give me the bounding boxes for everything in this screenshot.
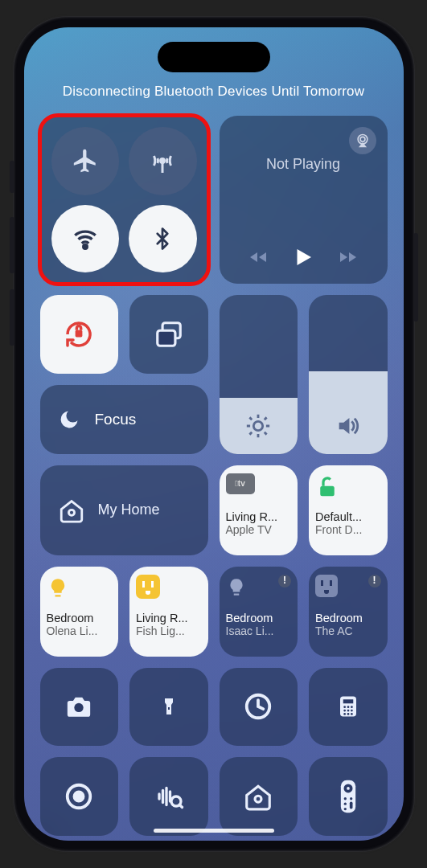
device-tile-living-fish[interactable]: Living R...Fish Lig... xyxy=(129,567,208,657)
airplane-mode-toggle[interactable] xyxy=(51,127,120,195)
control-center: Disconnecting Bluetooth Devices Until To… xyxy=(24,27,404,841)
device-sub: Apple TV xyxy=(226,523,272,536)
outlet-icon xyxy=(136,575,160,599)
bulb-icon xyxy=(47,575,69,602)
device-title: Living R... xyxy=(136,612,187,624)
device-tile-bedroom-ac[interactable]: ! BedroomThe AC xyxy=(309,567,388,657)
flashlight-button[interactable] xyxy=(129,668,208,747)
svg-rect-7 xyxy=(158,330,175,346)
svg-point-16 xyxy=(343,706,346,709)
play-button[interactable] xyxy=(291,244,315,271)
apple-tv-remote-button[interactable] xyxy=(309,757,388,836)
volume-icon xyxy=(333,412,363,440)
svg-rect-12 xyxy=(168,707,170,710)
svg-rect-40 xyxy=(350,801,353,809)
home-label: My Home xyxy=(98,502,160,518)
svg-point-20 xyxy=(347,710,349,712)
dynamic-island xyxy=(158,42,270,72)
alert-icon: ! xyxy=(368,575,381,588)
svg-rect-15 xyxy=(343,700,354,704)
media-title: Not Playing xyxy=(232,156,375,173)
svg-point-41 xyxy=(343,808,346,810)
wifi-toggle[interactable] xyxy=(51,205,120,273)
svg-point-4 xyxy=(360,137,365,141)
rewind-icon xyxy=(246,248,270,267)
camera-icon xyxy=(63,693,95,720)
svg-point-23 xyxy=(347,713,349,715)
rotation-lock-icon xyxy=(62,317,96,351)
camera-button[interactable] xyxy=(40,668,119,747)
screen-record-button[interactable] xyxy=(40,757,119,836)
airplane-icon xyxy=(72,147,99,174)
device-sub: Front D... xyxy=(315,523,362,536)
device-sub: Isaac Li... xyxy=(226,624,274,637)
flashlight-icon xyxy=(159,690,179,723)
lock-open-icon xyxy=(315,473,339,501)
svg-point-21 xyxy=(351,710,353,712)
device-sub: The AC xyxy=(315,624,353,637)
device-title: Default... xyxy=(315,510,362,523)
bulb-icon xyxy=(226,575,247,600)
play-icon xyxy=(291,244,315,271)
connectivity-group[interactable] xyxy=(40,116,208,284)
svg-point-0 xyxy=(161,159,165,163)
bluetooth-toggle[interactable] xyxy=(129,205,197,273)
rewind-button[interactable] xyxy=(246,248,270,267)
sound-recognition-icon xyxy=(153,782,185,811)
device-tile-living-room-tv[interactable]: tv Living R...Apple TV xyxy=(220,465,298,555)
svg-rect-5 xyxy=(76,330,83,338)
record-icon xyxy=(64,781,94,812)
screen-mirroring-button[interactable] xyxy=(129,295,208,374)
focus-label: Focus xyxy=(95,411,137,428)
svg-point-37 xyxy=(343,797,346,800)
bluetooth-icon xyxy=(150,224,174,253)
svg-point-24 xyxy=(351,713,353,715)
svg-point-19 xyxy=(343,710,346,712)
svg-point-8 xyxy=(254,421,263,430)
svg-line-32 xyxy=(179,805,182,807)
timer-button[interactable] xyxy=(220,668,298,747)
home-button[interactable]: My Home xyxy=(40,465,208,555)
device-sub: Fish Lig... xyxy=(136,624,185,637)
svg-rect-10 xyxy=(320,485,335,496)
home-shortcut-button[interactable] xyxy=(220,757,298,836)
svg-point-11 xyxy=(75,703,84,712)
svg-point-26 xyxy=(75,792,84,800)
media-controls[interactable]: Not Playing xyxy=(220,116,388,284)
home-icon xyxy=(243,781,273,812)
volume-slider[interactable] xyxy=(309,295,388,454)
rotation-lock-toggle[interactable] xyxy=(40,295,119,374)
brightness-slider[interactable] xyxy=(220,295,298,454)
device-tile-front-door[interactable]: Default...Front D... xyxy=(309,465,388,555)
forward-icon xyxy=(336,248,360,267)
svg-point-39 xyxy=(343,802,346,805)
forward-button[interactable] xyxy=(336,248,360,267)
svg-point-22 xyxy=(343,713,346,715)
device-title: Bedroom xyxy=(226,612,273,624)
svg-point-36 xyxy=(347,787,350,790)
remote-icon xyxy=(339,779,357,814)
sound-recognition-button[interactable] xyxy=(129,757,208,836)
device-tile-bedroom-isaac[interactable]: ! BedroomIsaac Li... xyxy=(220,567,298,657)
cellular-icon xyxy=(148,146,177,175)
svg-point-33 xyxy=(255,796,261,802)
home-icon xyxy=(58,497,85,524)
airplay-button[interactable] xyxy=(349,127,376,154)
svg-point-38 xyxy=(350,797,352,800)
device-title: Living R... xyxy=(226,510,277,523)
svg-point-9 xyxy=(68,510,74,515)
moon-icon xyxy=(58,408,80,431)
focus-button[interactable]: Focus xyxy=(40,385,208,454)
airplay-icon xyxy=(355,133,371,149)
svg-point-17 xyxy=(347,706,349,709)
home-indicator[interactable] xyxy=(154,829,274,833)
outlet-icon xyxy=(315,575,338,597)
appletv-icon: tv xyxy=(226,473,255,494)
device-sub: Olena Li... xyxy=(47,624,98,637)
screen-mirroring-icon xyxy=(152,319,186,350)
cellular-data-toggle[interactable] xyxy=(129,127,197,195)
calculator-button[interactable] xyxy=(309,668,388,747)
calculator-icon xyxy=(336,690,360,723)
status-message: Disconnecting Bluetooth Devices Until To… xyxy=(40,84,388,100)
device-tile-bedroom-olena[interactable]: BedroomOlena Li... xyxy=(40,567,119,657)
